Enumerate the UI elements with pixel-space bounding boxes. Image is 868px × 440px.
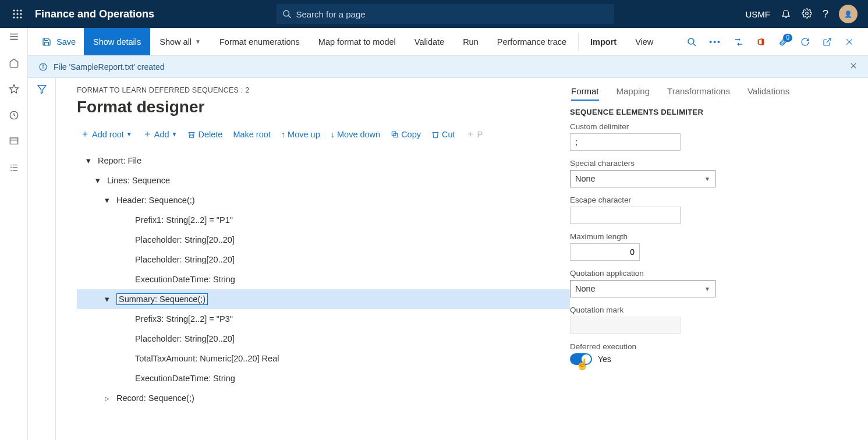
caret-icon[interactable]: ▷ (104, 395, 111, 402)
message-close-icon[interactable] (849, 62, 858, 72)
bell-icon[interactable] (781, 8, 791, 20)
tree-label: TotalTaxAmount: Numeric[20..20] Real (135, 354, 279, 363)
tree-node[interactable]: Prefix1: String[2..2] = "P1" (77, 210, 570, 230)
import-label: Import (590, 37, 617, 47)
home-icon[interactable] (9, 58, 19, 70)
caret-icon[interactable]: ▾ (85, 156, 92, 165)
tree-node[interactable]: Placeholder: String[20..20] (77, 230, 570, 250)
tree-node[interactable]: Prefix3: String[2..2] = "P3" (77, 309, 570, 329)
format-enumerations-button[interactable]: Format enumerations (210, 28, 309, 55)
tab-mapping[interactable]: Mapping (617, 83, 650, 101)
make-root-button[interactable]: Make root (233, 130, 270, 139)
gear-icon[interactable] (802, 8, 812, 20)
top-bar: Finance and Operations USMF ? 👤 (0, 0, 868, 28)
more-icon[interactable]: ••• (709, 37, 721, 47)
save-button[interactable]: Save (28, 28, 84, 55)
star-icon[interactable] (9, 84, 19, 96)
details-tabs: Format Mapping Transformations Validatio… (570, 83, 841, 101)
special-characters-select[interactable]: None▼ (570, 170, 715, 187)
tree-node[interactable]: ▾Report: File (77, 151, 570, 171)
move-down-button[interactable]: ↓Move down (331, 130, 380, 139)
validate-button[interactable]: Validate (405, 28, 454, 55)
add-button[interactable]: ＋Add▼ (143, 128, 178, 140)
max-length-input[interactable] (570, 243, 640, 261)
caret-icon[interactable]: ▾ (104, 196, 111, 205)
show-details-button[interactable]: Show details (84, 28, 150, 55)
quotation-app-value: None (575, 284, 596, 293)
close-icon[interactable] (845, 37, 854, 47)
show-all-button[interactable]: Show all▼ (150, 28, 210, 55)
tree-node[interactable]: ▾Header: Sequence(;) (77, 190, 570, 210)
quotation-app-select[interactable]: None▼ (570, 280, 715, 297)
custom-delimiter-label: Custom delimiter (570, 122, 841, 131)
tab-transformations[interactable]: Transformations (667, 83, 730, 101)
attachments-icon[interactable]: 0 (778, 37, 788, 47)
refresh-icon[interactable] (800, 37, 810, 47)
run-button[interactable]: Run (454, 28, 488, 55)
cursor-icon: ☝ (576, 358, 589, 371)
office-icon[interactable] (756, 37, 766, 47)
tab-format[interactable]: Format (571, 83, 599, 101)
tree-label: Placeholder: String[20..20] (135, 255, 235, 264)
performance-trace-button[interactable]: Performance trace (488, 28, 576, 55)
svg-point-2 (20, 9, 22, 11)
tree-label: ExecutionDateTime: String (135, 374, 235, 383)
hamburger-icon[interactable] (9, 31, 19, 44)
view-button[interactable]: View (626, 28, 662, 55)
paste-button: ＋P (466, 128, 483, 140)
tree-node-selected[interactable]: ▾Summary: Sequence(;) (77, 289, 570, 309)
tree-node[interactable]: ExecutionDateTime: String (77, 368, 570, 388)
tree-node[interactable]: ▷Record: Sequence(;) (77, 388, 570, 408)
deferred-execution-value: Yes (598, 354, 611, 364)
chevron-down-icon: ▼ (195, 38, 201, 45)
find-icon[interactable] (687, 37, 696, 47)
tree-label: Prefix1: String[2..2] = "P1" (135, 215, 233, 225)
escape-char-input[interactable] (570, 207, 681, 224)
tree-node[interactable]: ▾Lines: Sequence (77, 171, 570, 190)
page-title: Format designer (77, 98, 570, 116)
workspace-icon[interactable] (9, 136, 19, 148)
map-format-button[interactable]: Map format to model (309, 28, 405, 55)
copy-button[interactable]: Copy (391, 130, 421, 139)
filter-icon[interactable] (37, 84, 47, 440)
escape-char-label: Escape character (570, 196, 841, 204)
plus-icon: ＋ (466, 128, 475, 140)
app-launcher-icon[interactable] (7, 9, 28, 19)
avatar[interactable]: 👤 (839, 5, 858, 23)
tree-node[interactable]: Placeholder: String[20..20] (77, 250, 570, 269)
popout-icon[interactable] (823, 37, 832, 47)
special-characters-label: Special characters (570, 159, 841, 168)
view-label: View (635, 37, 653, 47)
delete-button[interactable]: Delete (187, 130, 222, 139)
save-icon (42, 37, 51, 47)
quotation-mark-label: Quotation mark (570, 306, 841, 314)
caret-icon[interactable]: ▾ (94, 176, 101, 185)
custom-delimiter-input[interactable] (570, 133, 681, 151)
company-indicator[interactable]: USMF (745, 9, 770, 19)
chevron-down-icon: ▼ (172, 131, 178, 137)
info-icon (38, 62, 48, 72)
tree-node[interactable]: ExecutionDateTime: String (77, 269, 570, 289)
search-input[interactable] (296, 9, 608, 19)
help-icon[interactable]: ? (823, 8, 828, 20)
svg-point-32 (42, 65, 43, 65)
chevron-down-icon: ▼ (126, 131, 132, 137)
move-up-button[interactable]: ↑Move up (281, 130, 320, 139)
search-box[interactable] (277, 4, 614, 24)
run-label: Run (463, 37, 479, 47)
caret-icon[interactable]: ▾ (104, 294, 111, 304)
import-button[interactable]: Import (581, 28, 626, 55)
cut-label: Cut (442, 130, 455, 139)
tree-label: Header: Sequence(;) (116, 196, 195, 205)
tab-validations[interactable]: Validations (747, 83, 789, 101)
tree-node[interactable]: TotalTaxAmount: Numeric[20..20] Real (77, 349, 570, 368)
tree-label: Record: Sequence(;) (116, 393, 194, 403)
add-root-button[interactable]: ＋Add root▼ (80, 128, 132, 140)
link-icon[interactable] (734, 37, 743, 47)
svg-line-27 (827, 38, 831, 42)
modules-icon[interactable] (9, 162, 19, 175)
cut-button[interactable]: Cut (431, 130, 455, 139)
tree-node[interactable]: Placeholder: String[20..20] (77, 329, 570, 349)
recent-icon[interactable] (9, 110, 19, 122)
action-bar: Save Show details Show all▼ Format enume… (28, 28, 868, 56)
